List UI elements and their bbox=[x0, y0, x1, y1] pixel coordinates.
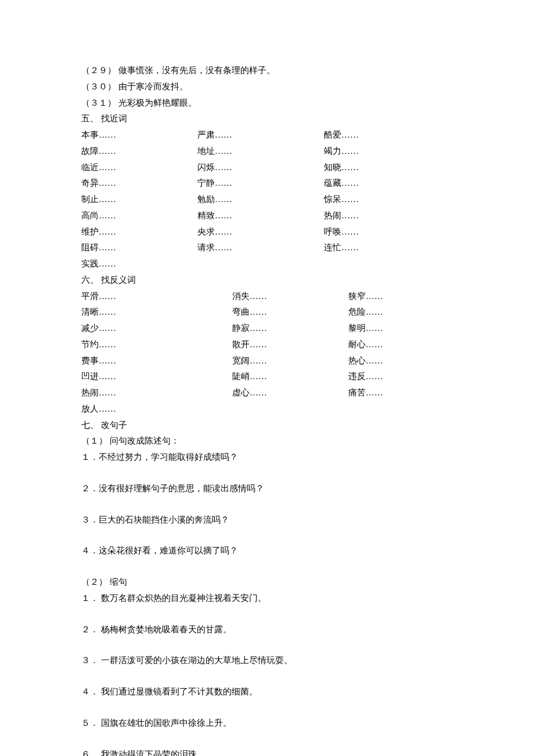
answer-blank bbox=[81, 732, 453, 747]
answer-blank bbox=[81, 497, 453, 512]
antonym-cell: 热心…… bbox=[348, 353, 453, 369]
synonym-cell: 阻碍…… bbox=[81, 240, 197, 256]
synonym-cell: 央求…… bbox=[197, 224, 324, 240]
antonym-row: 热闹…… 虚心…… 痛苦…… bbox=[81, 385, 453, 401]
synonym-cell: 惊呆…… bbox=[324, 192, 453, 208]
synonym-row: 临近…… 闪烁…… 知晓…… bbox=[81, 160, 453, 176]
document-page: （２９） 做事慌张，没有先后，没有条理的样子。 （３０） 由于寒冷而发抖。 （３… bbox=[0, 0, 534, 756]
antonym-row: 节约…… 散开…… 耐心…… bbox=[81, 337, 453, 353]
antonym-row: 清晰…… 弯曲…… 危险…… bbox=[81, 304, 453, 321]
synonym-cell: 竭力…… bbox=[324, 143, 453, 160]
answer-blank bbox=[81, 700, 453, 715]
antonym-cell: 黎明…… bbox=[348, 321, 453, 337]
synonym-cell: 知晓…… bbox=[324, 160, 453, 176]
question-item: ２．没有很好理解句子的意思，能读出感情吗？ bbox=[81, 481, 453, 497]
synonym-cell: 制止…… bbox=[81, 192, 197, 208]
antonym-cell: 平滑…… bbox=[81, 289, 232, 305]
synonym-row: 本事…… 严肃…… 酷爱…… bbox=[81, 127, 453, 143]
synonym-cell: 临近…… bbox=[81, 160, 197, 176]
synonym-cell: 宁静…… bbox=[197, 175, 324, 192]
answer-blank bbox=[81, 528, 453, 543]
synonym-cell: 热闹…… bbox=[324, 208, 453, 224]
part-2-title: （２） 缩句 bbox=[81, 574, 453, 591]
synonym-cell: 实践…… bbox=[81, 256, 453, 272]
synonym-cell: 严肃…… bbox=[197, 127, 324, 143]
synonym-row: 故障…… 地址…… 竭力…… bbox=[81, 143, 453, 160]
antonym-cell: 虚心…… bbox=[232, 385, 348, 401]
antonym-cell: 狭窄…… bbox=[348, 289, 453, 305]
synonym-table: 本事…… 严肃…… 酷爱…… 故障…… 地址…… 竭力…… 临近…… 闪烁…… … bbox=[81, 127, 453, 272]
question-item: ３．巨大的石块能挡住小溪的奔流吗？ bbox=[81, 512, 453, 528]
antonym-cell: 节约…… bbox=[81, 337, 232, 353]
synonym-cell: 本事…… bbox=[81, 127, 197, 143]
synonym-cell: 勉励…… bbox=[197, 192, 324, 208]
synonym-cell: 高尚…… bbox=[81, 208, 197, 224]
antonym-cell: 危险…… bbox=[348, 304, 453, 321]
antonym-cell: 耐心…… bbox=[348, 337, 453, 353]
antonym-cell: 宽阔…… bbox=[232, 353, 348, 369]
question-item: ４．这朵花很好看，难道你可以摘了吗？ bbox=[81, 543, 453, 559]
answer-blank bbox=[81, 466, 453, 481]
synonym-cell: 酷爱…… bbox=[324, 127, 453, 143]
question-item: ３． 一群活泼可爱的小孩在湖边的大草地上尽情玩耍。 bbox=[81, 653, 453, 669]
section-5-title: 五、 找近词 bbox=[81, 111, 453, 127]
definition-30: （３０） 由于寒冷而发抖。 bbox=[81, 79, 453, 95]
antonym-cell: 消失…… bbox=[232, 289, 348, 305]
antonym-row: 平滑…… 消失…… 狭窄…… bbox=[81, 289, 453, 305]
section-6-title: 六、 找反义词 bbox=[81, 272, 453, 289]
synonym-cell: 故障…… bbox=[81, 143, 197, 160]
synonym-cell: 请求…… bbox=[197, 240, 324, 256]
antonym-cell: 减少…… bbox=[81, 321, 232, 337]
answer-blank bbox=[81, 559, 453, 574]
antonym-cell: 弯曲…… bbox=[232, 304, 348, 321]
synonym-cell: 闪烁…… bbox=[197, 160, 324, 176]
antonym-cell: 散开…… bbox=[232, 337, 348, 353]
synonym-row: 阻碍…… 请求…… 连忙…… bbox=[81, 240, 453, 256]
synonym-row: 高尚…… 精致…… 热闹…… bbox=[81, 208, 453, 224]
synonym-row: 制止…… 勉励…… 惊呆…… bbox=[81, 192, 453, 208]
synonym-cell: 连忙…… bbox=[324, 240, 453, 256]
question-item: １．不经过努力，学习能取得好成绩吗？ bbox=[81, 449, 453, 466]
synonym-cell: 呼唤…… bbox=[324, 224, 453, 240]
answer-blank bbox=[81, 669, 453, 684]
synonym-row: 维护…… 央求…… 呼唤…… bbox=[81, 224, 453, 240]
definition-31: （３１） 光彩极为鲜艳耀眼。 bbox=[81, 95, 453, 111]
question-item: １． 数万名群众炽热的目光凝神注视着天安门。 bbox=[81, 591, 453, 607]
question-item: ４． 我们通过显微镜看到了不计其数的细菌。 bbox=[81, 684, 453, 700]
synonym-cell: 蕴藏…… bbox=[324, 175, 453, 192]
definition-29: （２９） 做事慌张，没有先后，没有条理的样子。 bbox=[81, 63, 453, 79]
antonym-cell: 清晰…… bbox=[81, 304, 232, 321]
antonym-row: 费事…… 宽阔…… 热心…… bbox=[81, 353, 453, 369]
antonym-cell: 陡峭…… bbox=[232, 369, 348, 385]
synonym-cell: 维护…… bbox=[81, 224, 197, 240]
antonym-cell: 热闹…… bbox=[81, 385, 232, 401]
antonym-table: 平滑…… 消失…… 狭窄…… 清晰…… 弯曲…… 危险…… 减少…… 静寂…… … bbox=[81, 289, 453, 417]
antonym-cell: 痛苦…… bbox=[348, 385, 453, 401]
synonym-cell: 精致…… bbox=[197, 208, 324, 224]
synonym-cell: 奇异…… bbox=[81, 175, 197, 192]
antonym-cell: 违反…… bbox=[348, 369, 453, 385]
answer-blank bbox=[81, 607, 453, 622]
section-7-title: 七、 改句子 bbox=[81, 417, 453, 434]
synonym-cell: 地址…… bbox=[197, 143, 324, 160]
antonym-row: 减少…… 静寂…… 黎明…… bbox=[81, 321, 453, 337]
part-1-title: （１） 问句改成陈述句： bbox=[81, 433, 453, 449]
synonym-row: 奇异…… 宁静…… 蕴藏…… bbox=[81, 175, 453, 192]
question-item: ２． 杨梅树贪婪地吮吸着春天的甘露。 bbox=[81, 622, 453, 638]
antonym-cell: 费事…… bbox=[81, 353, 232, 369]
antonym-row: 凹进…… 陡峭…… 违反…… bbox=[81, 369, 453, 385]
answer-blank bbox=[81, 638, 453, 653]
question-item: ５． 国旗在雄壮的国歌声中徐徐上升。 bbox=[81, 715, 453, 732]
antonym-cell: 放人…… bbox=[81, 401, 453, 417]
antonym-cell: 凹进…… bbox=[81, 369, 232, 385]
question-item: ６． 我激动得流下晶莹的泪珠。 bbox=[81, 747, 453, 757]
antonym-cell: 静寂…… bbox=[232, 321, 348, 337]
